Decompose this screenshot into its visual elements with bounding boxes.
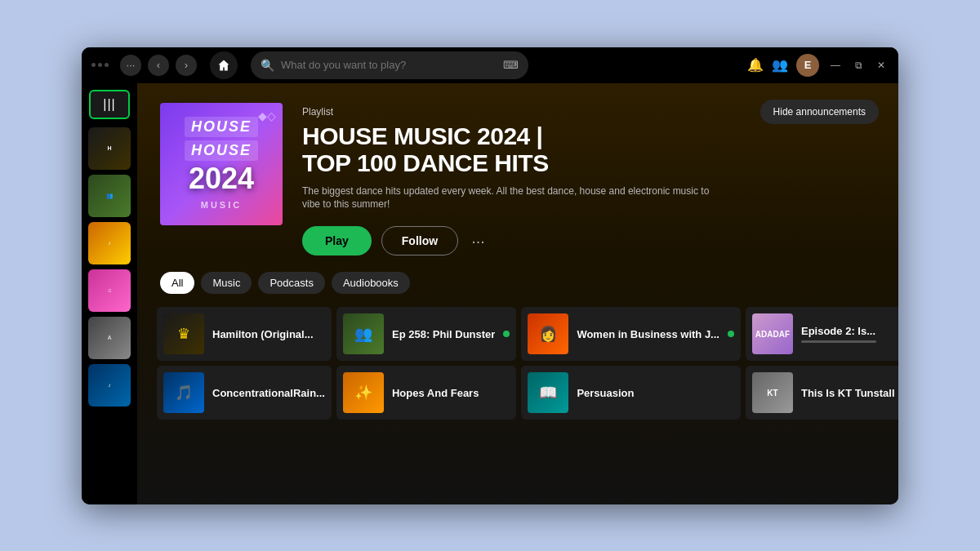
main-content: ||| H 👥 ♪ ♫ A ♪ xyxy=(82,83,898,504)
titlebar-right: 🔔 👥 E — ⧉ ✕ xyxy=(747,54,889,77)
cover-house-text2: HOUSE xyxy=(191,142,252,158)
active-dot xyxy=(503,331,510,337)
card-title: Ep 258: Phil Dunster xyxy=(392,328,495,340)
card-thumb: 🎵 xyxy=(163,372,204,413)
dot3 xyxy=(105,63,109,67)
card-thumb: ✨ xyxy=(343,372,384,413)
hide-announcements-button[interactable]: Hide announcements xyxy=(760,100,879,124)
search-icon: 🔍 xyxy=(261,59,274,72)
card-thumb: ♛ xyxy=(163,313,204,354)
sidebar-item-6[interactable]: ♪ xyxy=(88,364,131,407)
card-title: Women in Business with J... xyxy=(577,328,719,340)
card-thumb: 👩 xyxy=(528,313,568,354)
search-bar: 🔍 ⌨ xyxy=(251,51,528,79)
search-input[interactable] xyxy=(281,59,497,71)
list-item[interactable]: 📖 Persuasion xyxy=(521,366,741,420)
follow-button[interactable]: Follow xyxy=(381,226,458,256)
playlist-description: The biggest dance hits updated every wee… xyxy=(302,184,727,212)
tab-all[interactable]: All xyxy=(160,272,194,294)
bell-button[interactable]: 🔔 xyxy=(747,57,764,73)
list-item[interactable]: 👩 Women in Business with J... xyxy=(521,307,741,361)
list-item[interactable]: 🎵 ConcentrationalRain... xyxy=(157,366,332,420)
cover-music-text: MUSIC xyxy=(201,200,242,210)
card-info: Women in Business with J... xyxy=(577,328,719,340)
card-title: Hamilton (Original... xyxy=(212,328,325,340)
action-row: Play Follow ··· xyxy=(302,226,875,256)
tab-audiobooks[interactable]: Audiobooks xyxy=(332,272,410,294)
back-button[interactable]: ‹ xyxy=(148,55,169,76)
close-button[interactable]: ✕ xyxy=(874,58,889,73)
page: HOUSE HOUSE 2024 MUSIC ◆◇ Playlist HOUSE… xyxy=(137,83,898,504)
list-item[interactable]: ✨ Hopes And Fears xyxy=(336,366,516,420)
avatar[interactable]: E xyxy=(796,54,819,77)
list-item[interactable]: KT This Is KT Tunstall xyxy=(746,366,898,420)
card-info: This Is KT Tunstall xyxy=(801,387,895,399)
active-dot xyxy=(728,331,734,337)
cover-year-text: 2024 xyxy=(189,164,254,193)
card-thumb: 👥 xyxy=(343,313,384,354)
list-item[interactable]: 👥 Ep 258: Phil Dunster xyxy=(336,307,516,361)
keyboard-icon: ⌨ xyxy=(503,59,519,71)
sidebar-logo-icon: ||| xyxy=(103,97,115,112)
card-icon: ADADAF xyxy=(755,330,790,339)
list-item[interactable]: ♛ Hamilton (Original... xyxy=(157,307,332,361)
tab-music[interactable]: Music xyxy=(201,272,252,294)
card-thumb: 📖 xyxy=(528,372,568,413)
sidebar: ||| H 👥 ♪ ♫ A ♪ xyxy=(82,83,137,504)
card-title: This Is KT Tunstall xyxy=(801,387,895,399)
cover-diamonds: ◆◇ xyxy=(258,109,276,122)
home-button[interactable] xyxy=(210,51,238,79)
hero-section: HOUSE HOUSE 2024 MUSIC ◆◇ Playlist HOUSE… xyxy=(137,83,898,273)
card-info: Ep 258: Phil Dunster xyxy=(392,328,495,340)
card-icon: 📖 xyxy=(539,384,557,402)
sidebar-item-3[interactable]: ♪ xyxy=(88,222,131,264)
forward-button[interactable]: › xyxy=(176,55,197,76)
sidebar-logo-button[interactable]: ||| xyxy=(89,90,130,119)
progress-bar xyxy=(801,340,876,343)
dot1 xyxy=(91,63,96,67)
filter-bar: All Music Podcasts Audiobooks xyxy=(137,272,898,307)
dot2 xyxy=(98,63,102,67)
card-title: Hopes And Fears xyxy=(392,387,510,399)
sidebar-item-1[interactable]: H xyxy=(88,127,131,170)
card-title: Episode 2: Is... xyxy=(801,325,895,337)
card-icon: 🎵 xyxy=(175,384,193,402)
minimize-button[interactable]: — xyxy=(827,58,844,73)
cover-house-text: HOUSE xyxy=(191,118,252,135)
card-icon: ✨ xyxy=(354,384,372,402)
card-info: Hamilton (Original... xyxy=(212,328,325,340)
card-icon: KT xyxy=(767,389,777,398)
card-thumb: ADADAF xyxy=(752,313,793,354)
sidebar-item-5[interactable]: A xyxy=(88,317,131,359)
content-grid: ♛ Hamilton (Original... 👥 Ep 258: Phil D… xyxy=(137,307,898,433)
card-icon: 👥 xyxy=(354,325,372,343)
playlist-title: HOUSE MUSIC 2024 |TOP 100 DANCE HITS xyxy=(302,122,875,176)
titlebar-dots xyxy=(91,63,109,67)
more-button[interactable]: ··· xyxy=(120,55,141,76)
card-info: ConcentrationalRain... xyxy=(212,387,325,399)
sidebar-item-4[interactable]: ♫ xyxy=(88,269,131,312)
more-options-button[interactable]: ··· xyxy=(468,229,488,254)
card-icon: 👩 xyxy=(539,325,557,343)
app-window: ··· ‹ › 🔍 ⌨ 🔔 👥 E — ⧉ ✕ ||| H xyxy=(82,47,898,504)
sidebar-item-2[interactable]: 👥 xyxy=(88,175,131,217)
list-item[interactable]: ADADAF Episode 2: Is... xyxy=(746,307,898,361)
playlist-cover: HOUSE HOUSE 2024 MUSIC ◆◇ xyxy=(160,103,283,225)
restore-button[interactable]: ⧉ xyxy=(852,58,866,73)
hero-info: Playlist HOUSE MUSIC 2024 |TOP 100 DANCE… xyxy=(302,103,875,256)
card-title: Persuasion xyxy=(577,387,734,399)
card-thumb: KT xyxy=(752,372,793,413)
card-icon: ♛ xyxy=(177,325,190,343)
card-title: ConcentrationalRain... xyxy=(212,387,325,399)
tab-podcasts[interactable]: Podcasts xyxy=(258,272,324,294)
card-info: Hopes And Fears xyxy=(392,387,510,399)
card-info: Persuasion xyxy=(577,387,734,399)
people-button[interactable]: 👥 xyxy=(772,57,788,73)
titlebar: ··· ‹ › 🔍 ⌨ 🔔 👥 E — ⧉ ✕ xyxy=(82,47,898,83)
card-info: Episode 2: Is... xyxy=(801,325,895,343)
play-button[interactable]: Play xyxy=(302,226,372,256)
